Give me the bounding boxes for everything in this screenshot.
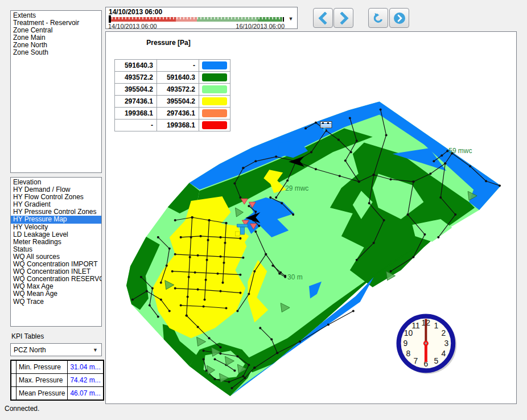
svg-text:4: 4 xyxy=(441,349,446,358)
legend-row: - 199368.1 xyxy=(115,120,230,131)
timeline-tick-marks xyxy=(109,17,283,19)
legend-from: 591640.3 xyxy=(115,60,157,72)
layer-item[interactable]: Elevation xyxy=(11,179,101,186)
legend-title: Pressure [Pa] xyxy=(114,39,223,47)
kpi-zone-dropdown-value: PCZ North xyxy=(14,346,46,354)
timeline-current-datetime: 14/10/2013 06:00 xyxy=(109,8,162,16)
timeline-position-marker[interactable] xyxy=(109,15,111,23)
kpi-row-handle xyxy=(11,387,17,401)
reset-button[interactable] xyxy=(368,8,388,28)
legend-from: 297436.1 xyxy=(115,96,157,108)
layer-item[interactable]: Status xyxy=(11,246,101,253)
layer-item[interactable]: WQ Max Age xyxy=(11,283,101,290)
svg-text:11: 11 xyxy=(411,321,420,330)
legend-to: 297436.1 xyxy=(157,108,199,120)
legend-color-swatch xyxy=(202,73,227,81)
svg-text:3: 3 xyxy=(444,339,448,348)
svg-text:7: 7 xyxy=(414,356,418,365)
kpi-metric-name: Mean Pressure xyxy=(17,387,68,401)
kpi-metric-name: Max. Pressure xyxy=(17,374,68,387)
legend-row: 493572.2 591640.3 xyxy=(115,72,230,84)
legend-from: - xyxy=(115,120,157,131)
next-arrow-icon xyxy=(337,12,350,24)
legend-from: 493572.2 xyxy=(115,72,157,84)
svg-text:9: 9 xyxy=(404,339,408,348)
layer-item[interactable]: WQ Concentration IMPORT xyxy=(11,261,101,268)
layer-item[interactable]: HY Gradient xyxy=(11,201,101,208)
legend-to: 199368.1 xyxy=(157,120,199,131)
map-label-59mwc: 59 mwc xyxy=(448,147,472,155)
layers-listbox[interactable]: Elevation HY Demand / Flow HY Flow Contr… xyxy=(10,177,102,327)
layer-item[interactable]: HY Pressure Control Zones xyxy=(11,208,101,216)
legend-to: 395504.2 xyxy=(157,96,199,108)
clock-widget: 12 1 2 3 4 5 6 7 8 9 10 11 xyxy=(399,316,457,374)
kpi-row: Min. Pressure 31.04 m... xyxy=(11,360,104,374)
svg-text:8: 8 xyxy=(406,349,411,358)
step-forward-circle-icon xyxy=(393,11,406,25)
extents-item[interactable]: Zone Central xyxy=(11,27,101,34)
kpi-row: Max. Pressure 74.42 m... xyxy=(11,374,104,387)
timeline-control[interactable]: 14/10/2013 06:00 14/10/2013 06:00 16/10/… xyxy=(105,7,298,29)
status-bar-text: Connected. xyxy=(5,405,39,413)
kpi-metric-name: Min. Pressure xyxy=(17,360,68,374)
legend-color-swatch xyxy=(202,85,227,93)
layer-item[interactable]: WQ Mean Age xyxy=(11,290,101,298)
timeline-dropdown-icon[interactable]: ▼ xyxy=(286,14,295,23)
timeline-start-label: 14/10/2013 06:00 xyxy=(108,23,157,30)
legend-row: 395504.2 493572.2 xyxy=(115,84,230,96)
pressure-legend-table: 591640.3 - 493572.2 591640.3 395504.2 49… xyxy=(114,59,230,131)
reset-rotate-icon xyxy=(372,12,385,24)
layer-item[interactable]: HY Demand / Flow xyxy=(11,186,101,193)
legend-from: 199368.1 xyxy=(115,108,157,120)
map-view-panel[interactable]: 59 mwc 29 mwc 30 m 12 1 2 3 4 5 6 7 8 9 … xyxy=(105,31,517,404)
kpi-table: Min. Pressure 31.04 m... Max. Pressure 7… xyxy=(10,360,104,401)
extents-item[interactable]: Extents xyxy=(11,12,101,19)
layer-item[interactable]: HY Flow Control Zones xyxy=(11,193,101,201)
layer-item[interactable]: LD Leakage Level xyxy=(11,231,101,238)
extents-item[interactable]: Zone South xyxy=(11,49,101,56)
layer-item[interactable]: WQ Concentration RESERVOIR xyxy=(11,275,101,283)
layer-item[interactable]: Meter Readings xyxy=(11,238,101,246)
legend-color-swatch xyxy=(202,61,227,69)
step-forward-button[interactable] xyxy=(389,8,409,28)
next-button[interactable] xyxy=(334,8,353,28)
map-label-30mwc: 30 m xyxy=(287,273,303,281)
legend-to: - xyxy=(157,60,199,72)
extents-listbox[interactable]: Extents Treatment - Reservoir Zone Centr… xyxy=(10,10,102,173)
legend-to: 591640.3 xyxy=(157,72,199,84)
kpi-row-handle xyxy=(11,374,17,387)
extents-item[interactable]: Treatment - Reservoir xyxy=(11,19,101,27)
legend-color-swatch xyxy=(202,121,227,129)
layer-item-selected[interactable]: HY Pressure Map xyxy=(11,216,101,223)
chevron-down-icon: ▼ xyxy=(93,347,98,353)
layer-item[interactable]: WQ All sources xyxy=(11,253,101,261)
map-label-29mwc: 29 mwc xyxy=(285,184,308,192)
legend-row: 591640.3 - xyxy=(115,60,230,72)
layer-item[interactable]: HY Velocity xyxy=(11,224,101,231)
previous-arrow-icon xyxy=(317,12,330,24)
previous-button[interactable] xyxy=(313,8,333,28)
layer-item[interactable]: WQ Trace xyxy=(11,298,101,306)
app-window: { "window": { "status": "Connected." }, … xyxy=(0,0,527,420)
legend-to: 493572.2 xyxy=(157,84,199,96)
timeline-end-label: 16/10/2013 06:00 xyxy=(236,23,285,30)
kpi-row: Mean Pressure 46.07 m... xyxy=(11,387,104,401)
layer-item[interactable]: WQ Concentration INLET xyxy=(11,268,101,275)
legend-row: 199368.1 297436.1 xyxy=(115,108,230,120)
kpi-tables-label: KPI Tables xyxy=(11,332,44,340)
legend-color-swatch xyxy=(202,97,227,105)
svg-text:2: 2 xyxy=(441,328,446,337)
legend-color-swatch xyxy=(202,109,227,117)
svg-text:1: 1 xyxy=(434,321,438,330)
kpi-metric-value: 31.04 m... xyxy=(68,360,104,374)
legend-from: 395504.2 xyxy=(115,84,157,96)
kpi-metric-value: 74.42 m... xyxy=(68,374,104,387)
extents-item[interactable]: Zone Main xyxy=(11,34,101,42)
legend-row: 297436.1 395504.2 xyxy=(115,96,230,108)
kpi-row-handle xyxy=(11,360,17,374)
timeline-right-cap xyxy=(283,17,284,22)
kpi-zone-dropdown[interactable]: PCZ North ▼ xyxy=(10,343,102,356)
extents-item[interactable]: Zone North xyxy=(11,42,101,49)
kpi-metric-value: 46.07 m... xyxy=(68,387,104,401)
svg-text:5: 5 xyxy=(434,356,438,365)
